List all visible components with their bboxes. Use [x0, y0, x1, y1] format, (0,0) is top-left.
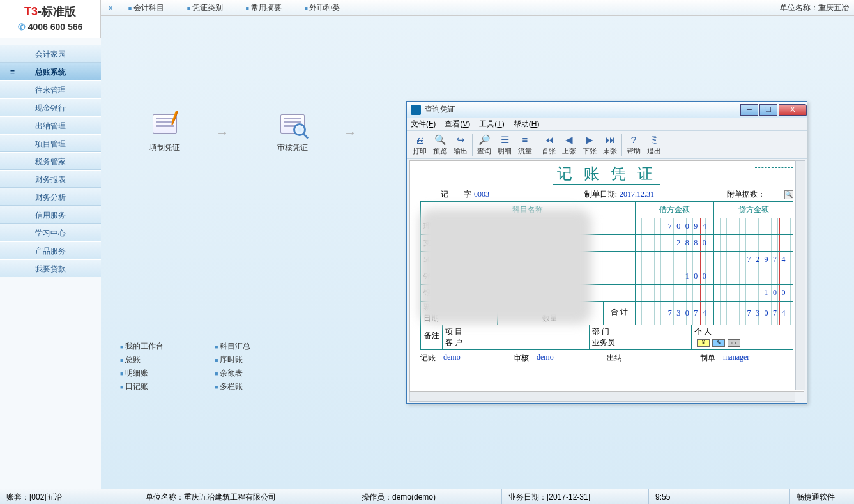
status-unit: 单位名称：重庆五冶建筑工程有限公司: [139, 489, 355, 504]
sign-zhidan: manager: [723, 353, 749, 363]
toolbar-icon: ?: [623, 134, 644, 146]
voucher-meta: 记 字 0003 制单日期: 2017.12.31 附单据数： 🔍: [420, 189, 793, 200]
toolbar-输出[interactable]: ↪输出: [450, 134, 471, 156]
cell-credit: [714, 235, 793, 252]
cell-credit: 72974: [714, 252, 793, 268]
fill-voucher-label: 填制凭证: [139, 142, 190, 153]
query-voucher-dialog: 查询凭证 ─ ☐ X 文件(F) 查看(V) 工具(T) 帮助(H) 🖨打印🔍预…: [406, 101, 807, 404]
grid-row[interactable]: 理费用/差旅 费70094: [421, 218, 793, 235]
total-credit: 73074: [714, 302, 793, 325]
bottom-link[interactable]: 明细账: [120, 368, 164, 379]
toolbar-icon: 🖨: [409, 134, 430, 146]
header-credit: 贷方金额: [714, 202, 793, 218]
toolbar-明细[interactable]: ☰明细: [494, 134, 515, 156]
logo-std: -标准版: [38, 5, 76, 18]
toolbar-末张[interactable]: ⏭末张: [600, 134, 620, 156]
nav-item-2[interactable]: 往来管理: [0, 80, 101, 98]
toolbar-上张[interactable]: ◀上张: [559, 134, 579, 156]
voucher-date: 2017.12.31: [620, 190, 654, 199]
nav-item-3[interactable]: 现金银行: [0, 98, 101, 116]
top-link-currency[interactable]: 外币种类: [305, 3, 340, 13]
cell-subject: 银行: [421, 268, 636, 285]
toolbar-退出[interactable]: ⎘退出: [644, 134, 664, 156]
arrow-icon: →: [216, 125, 241, 140]
cell-subject: 567: [421, 252, 636, 268]
toolbar-icon: 🔎: [474, 134, 494, 146]
search-icon[interactable]: 🔍: [784, 190, 793, 199]
dialog-toolbar: 🖨打印🔍预览↪输出🔎查询☰明细≡流量⏮首张◀上张▶下张⏭末张?帮助⎘退出: [407, 131, 807, 159]
workspace: 填制凭证 → 审核凭证 → 我的工作台总账明细账日记账 科目汇总序时账余额表多栏…: [101, 16, 854, 489]
audit-voucher-label: 审核凭证: [267, 142, 318, 153]
cell-debit: [635, 252, 714, 268]
chevron-icon: »: [109, 3, 113, 12]
total-debit: 73074: [635, 302, 714, 325]
bottom-link[interactable]: 序时账: [215, 355, 250, 365]
nav-item-1[interactable]: 总账系统: [0, 63, 101, 80]
bottom-link[interactable]: 总账: [120, 355, 164, 365]
bottom-link[interactable]: 我的工作台: [120, 341, 164, 352]
window-maximize-button[interactable]: ☐: [759, 104, 777, 116]
cell-subject: 支费: [421, 235, 636, 252]
nav-item-7[interactable]: 财务报表: [0, 170, 101, 188]
toolbar-流量[interactable]: ≡流量: [515, 134, 535, 156]
voucher-number: 0003: [474, 190, 489, 199]
nav-item-6[interactable]: 税务管家: [0, 152, 101, 170]
top-link-voucher-type[interactable]: 凭证类别: [187, 3, 223, 13]
toolbar-首张[interactable]: ⏮首张: [538, 134, 559, 156]
workflow-icons: 填制凭证 → 审核凭证 →: [139, 112, 369, 153]
statusbar: 账套：[002]五冶 单位名称：重庆五冶建筑工程有限公司 操作员：demo(de…: [0, 489, 854, 504]
header-debit: 借方金额: [635, 202, 714, 218]
menu-tool[interactable]: 工具(T): [479, 119, 504, 130]
menu-help[interactable]: 帮助(H): [514, 119, 540, 130]
grid-row[interactable]: 银行网银手续费100: [421, 285, 793, 302]
remark-row: 备注 项 目 客 户 部 门 业务员 个 人 ¥✎▭: [420, 325, 793, 350]
nav-item-12[interactable]: 我要贷款: [0, 259, 101, 277]
nav-item-0[interactable]: 会计家园: [0, 45, 101, 63]
toolbar-icon: ⏭: [600, 134, 620, 146]
voucher-grid: 科目名称 借方金额 贷方金额 理费用/差旅 费70094支费2880567729…: [420, 201, 793, 325]
nav-item-5[interactable]: 项目管理: [0, 134, 101, 152]
top-link-common-summary[interactable]: 常用摘要: [246, 3, 282, 13]
nav-item-11[interactable]: 产品服务: [0, 241, 101, 259]
nav-item-9[interactable]: 信用服务: [0, 206, 101, 224]
status-brand: 畅捷通软件: [790, 489, 854, 504]
bottom-link[interactable]: 日记账: [120, 381, 164, 392]
sign-shenhe: demo: [537, 353, 554, 363]
dialog-scrollbar-h[interactable]: [409, 392, 795, 402]
grid-row[interactable]: 银行100: [421, 268, 793, 285]
toolbar-打印[interactable]: 🖨打印: [409, 134, 430, 156]
magnifier-icon: [293, 123, 306, 136]
bottom-link[interactable]: 余额表: [215, 368, 250, 379]
fill-voucher-block[interactable]: 填制凭证: [139, 112, 190, 153]
bottom-link[interactable]: 多栏账: [215, 381, 250, 392]
bottom-link[interactable]: 科目汇总: [215, 341, 250, 352]
grid-row[interactable]: 56772974: [421, 252, 793, 268]
sign-jizhang: demo: [443, 353, 461, 363]
grid-row[interactable]: 支费2880: [421, 235, 793, 252]
logo-t3: T3: [24, 5, 38, 18]
window-minimize-button[interactable]: ─: [740, 104, 758, 116]
nav-item-8[interactable]: 财务分析: [0, 188, 101, 206]
status-bizdate: 业务日期：[2017-12-31]: [502, 489, 649, 504]
dialog-scrollbar-v[interactable]: [795, 160, 805, 390]
audit-voucher-block[interactable]: 审核凭证: [267, 112, 318, 153]
toolbar-下张[interactable]: ▶下张: [579, 134, 600, 156]
nav-item-10[interactable]: 学习中心: [0, 224, 101, 241]
toolbar-查询[interactable]: 🔎查询: [474, 134, 494, 156]
toolbar-icon: ▶: [579, 134, 600, 146]
menu-file[interactable]: 文件(F): [411, 119, 436, 130]
nav-item-4[interactable]: 出纳管理: [0, 116, 101, 134]
window-close-button[interactable]: X: [779, 104, 807, 116]
toolbar-预览[interactable]: 🔍预览: [430, 134, 450, 156]
dialog-menu: 文件(F) 查看(V) 工具(T) 帮助(H): [407, 118, 807, 131]
toolbar-帮助[interactable]: ?帮助: [623, 134, 644, 156]
toolbar-icon: ⏮: [538, 134, 559, 146]
arrow-icon: →: [344, 125, 369, 140]
toolbar-icon: ↪: [450, 134, 471, 146]
dialog-titlebar[interactable]: 查询凭证 ─ ☐ X: [407, 102, 807, 118]
top-link-account-subject[interactable]: 会计科目: [128, 3, 164, 13]
menu-view[interactable]: 查看(V): [445, 119, 470, 130]
toolbar-icon: ◀: [559, 134, 579, 146]
status-operator: 操作员：demo(demo): [355, 489, 502, 504]
cell-debit: [635, 285, 714, 302]
